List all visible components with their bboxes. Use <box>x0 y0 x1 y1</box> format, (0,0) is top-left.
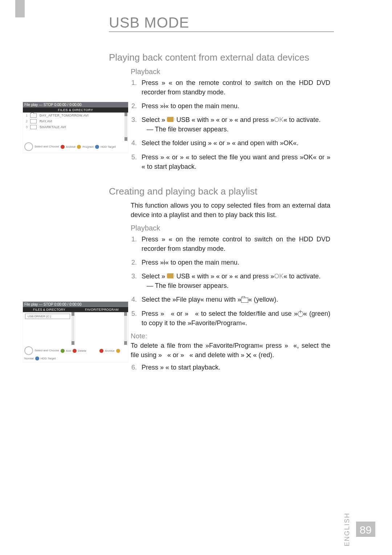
file-name: SHARKTALE.AVI <box>40 125 66 129</box>
step2-1: Press » « on the remote control to switc… <box>139 234 330 253</box>
footer-archive: Archive <box>66 145 76 148</box>
red-badge-icon <box>73 349 77 353</box>
step-5: Press » « or » « to select the file you … <box>139 152 330 171</box>
yellow-badge-icon <box>77 145 81 149</box>
playback-header-2: Playback <box>131 224 348 232</box>
file-idx: 1 <box>26 114 30 117</box>
scrollbar[interactable] <box>72 312 74 345</box>
usb-icon <box>167 117 175 122</box>
panel1-footer: Select and Choose Archive Program HDD Ta… <box>23 141 128 152</box>
usb-driver-entry[interactable]: USB DRIVER (C:) <box>25 314 70 319</box>
blue-badge-icon <box>35 356 39 360</box>
usb-icon-2 <box>167 273 175 278</box>
file-browser-panel-1: File play --- STOP 0:00:00 / 0:00:00 FIL… <box>23 102 128 153</box>
step-3: Select » USB « with » « or » « and press… <box>139 115 330 134</box>
note-body: To delete a file from the »Favorite/Prog… <box>131 341 330 360</box>
usb-label: USB <box>176 116 190 123</box>
subtitle-playlist: Creating and playing back a playlist <box>109 186 348 197</box>
usb-post: « to activate. <box>283 116 320 123</box>
panel2-columns: USB DRIVER (C:) <box>23 312 128 345</box>
footer-archive: Archive <box>105 349 115 352</box>
file-row[interactable]: 2 RAY.AVI <box>23 118 128 124</box>
scroll-thumb[interactable] <box>124 137 127 141</box>
blue-badge-icon <box>95 145 99 149</box>
footer-select: Select and Choose <box>34 145 59 148</box>
page-number: 89 <box>356 522 375 537</box>
step2-3: Select » USB « with » « or » « and press… <box>139 272 330 290</box>
note-label: Note: <box>131 332 348 340</box>
playback-steps-1: Press » « on the remote control to switc… <box>131 78 330 171</box>
scroll-thumb[interactable] <box>124 312 127 316</box>
file-name: RAY.AVI <box>40 119 52 123</box>
step2-2: Press »i« to open the main menu. <box>139 258 330 267</box>
ok-text: OK <box>274 116 283 123</box>
step-1: Press » « on the remote control to switc… <box>139 78 330 97</box>
subtitle-playback-external: Playing back content from external data … <box>109 52 348 63</box>
file-row[interactable]: 3 SHARKTALE.AVI <box>23 124 128 130</box>
footer-program: Program <box>82 145 94 148</box>
playback-steps-2: Press » « on the remote control to switc… <box>131 234 330 328</box>
step2-6: Press » « to start playback. <box>139 363 330 372</box>
nav-ring-icon <box>24 346 33 355</box>
yellow-badge-icon <box>116 349 120 353</box>
power-icon <box>298 311 303 317</box>
panel2-header-right: FAVORITE/PROGRAM <box>75 307 128 312</box>
file-icon <box>30 125 37 129</box>
panel1-file-list: 1 DAY_AFTER_TOMORROW.AVI 2 RAY.AVI 3 SHA… <box>23 113 128 141</box>
nav-ring-icon <box>24 142 33 151</box>
step-4: Select the folder using » « or » « and o… <box>139 138 330 148</box>
footer-delete: Delete <box>78 349 86 352</box>
step2-4: Select the »File play« menu with »« (yel… <box>139 295 330 304</box>
playback-steps-2b: Press » « to start playback. <box>131 363 330 372</box>
scrollbar[interactable] <box>124 113 127 141</box>
playback-header-1: Playback <box>131 68 348 76</box>
panel1-topbar: File play --- STOP 0:00:00 / 0:00:00 <box>23 102 128 107</box>
green-badge-icon <box>61 349 65 353</box>
file-name: DAY_AFTER_TOMORROW.AVI <box>40 114 89 117</box>
x-icon <box>246 353 251 358</box>
folder-icon <box>30 113 37 118</box>
scrollbar[interactable] <box>124 312 127 345</box>
file-browser-line-2: — The file browser appears. <box>147 281 330 290</box>
usb-mid-2: « with » « or » « and press » <box>192 273 274 280</box>
scroll-thumb[interactable] <box>72 341 74 345</box>
footer-normal: Normal <box>24 357 34 360</box>
usb-pre-2: Select » <box>142 273 165 280</box>
scroll-thumb[interactable] <box>72 312 74 316</box>
playlist-description: This function allows you to copy selecte… <box>131 201 330 220</box>
file-browser-panel-2: File play --- STOP 0:00:00 / 0:00:00 FIL… <box>23 301 128 362</box>
file-idx: 2 <box>26 119 30 123</box>
step-2: Press »i« to open the main menu. <box>139 101 330 111</box>
usb-pre: Select » <box>142 116 165 123</box>
footer-select: Select and Choose <box>34 349 59 352</box>
file-icon <box>30 119 37 123</box>
file-idx: 3 <box>26 125 30 129</box>
footer-add: Add <box>66 349 71 352</box>
footer-hdd: HDD Target <box>101 145 116 148</box>
step2-5: Press » « or » « to select the folder/fi… <box>139 309 330 328</box>
red-badge-icon <box>61 145 65 149</box>
ok-text-2: OK <box>274 273 283 280</box>
section-title: USB MODE <box>109 15 334 32</box>
file-browser-line-1: — The file browser appears. <box>147 125 330 134</box>
scroll-thumb[interactable] <box>124 341 127 345</box>
panel2-topbar: File play --- STOP 0:00:00 / 0:00:00 <box>23 302 128 307</box>
file-row[interactable]: 1 DAY_AFTER_TOMORROW.AVI <box>23 113 128 118</box>
panel2-footer: Select and Choose Add Delete Archive Nor… <box>23 345 128 362</box>
usb-mid: « with » « or » « and press » <box>192 116 274 123</box>
scroll-thumb[interactable] <box>124 113 127 116</box>
page-footer: ENGLISH 89 <box>343 513 375 546</box>
panel2-header-left: FILES & DIRECTORY <box>23 307 75 312</box>
red-badge-icon <box>99 349 103 353</box>
panel1-header: FILES & DIRECTORY <box>23 107 128 113</box>
language-label: ENGLISH <box>343 513 351 546</box>
usb-label-2: USB <box>176 273 190 280</box>
panel2-headers: FILES & DIRECTORY FAVORITE/PROGRAM <box>23 307 128 312</box>
footer-hdd: HDD Target <box>41 357 56 360</box>
folder-icon <box>241 298 248 303</box>
usb-post-2: « to activate. <box>283 273 320 280</box>
